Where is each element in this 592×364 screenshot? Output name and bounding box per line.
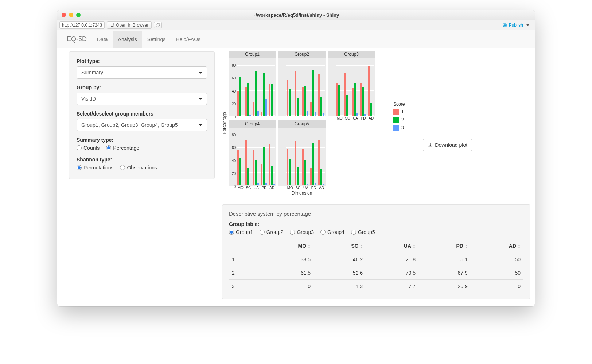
chart: 020406080 bbox=[229, 128, 276, 186]
bar bbox=[287, 149, 288, 185]
bar bbox=[249, 115, 251, 116]
bar bbox=[304, 160, 306, 185]
group-table-option-group1[interactable]: Group1 bbox=[229, 229, 253, 235]
bar bbox=[364, 114, 366, 116]
bar bbox=[271, 84, 273, 116]
external-link-icon bbox=[110, 23, 114, 27]
window-controls bbox=[62, 13, 81, 17]
summary-type-option-percentage[interactable]: Percentage bbox=[106, 145, 139, 151]
column-header-mo[interactable]: MO bbox=[258, 239, 313, 253]
bar bbox=[307, 111, 308, 116]
nav-tab-analysis[interactable]: Analysis bbox=[113, 31, 142, 48]
bar bbox=[344, 73, 346, 116]
bar bbox=[261, 164, 262, 185]
bar bbox=[261, 112, 262, 116]
close-window-button[interactable] bbox=[62, 13, 66, 17]
download-plot-button[interactable]: Download plot bbox=[423, 139, 472, 151]
bar bbox=[247, 168, 249, 185]
group-members-label: Select/deselect group members bbox=[77, 111, 207, 117]
legend-item-2: 2 bbox=[393, 117, 405, 123]
facet-group3: Group3MOSCUAPDAD bbox=[328, 51, 375, 120]
facet-header: Group1 bbox=[229, 51, 276, 58]
column-header-ua[interactable]: UA bbox=[366, 239, 418, 253]
minimize-window-button[interactable] bbox=[69, 13, 73, 17]
plot-type-select[interactable]: Summary bbox=[77, 66, 207, 79]
navbar: EQ-5D DataAnalysisSettingsHelp/FAQs bbox=[57, 30, 535, 48]
legend-swatch bbox=[393, 109, 399, 115]
group-table-label: Group table: bbox=[229, 221, 523, 227]
chevron-down-icon bbox=[526, 24, 530, 26]
bar bbox=[315, 183, 316, 185]
bar bbox=[307, 184, 308, 185]
bar bbox=[269, 144, 270, 185]
bar bbox=[362, 87, 364, 116]
group-table-option-group4[interactable]: Group4 bbox=[320, 229, 344, 235]
nav-tab-data[interactable]: Data bbox=[92, 31, 113, 48]
group-table-option-group3[interactable]: Group3 bbox=[290, 229, 314, 235]
bar bbox=[239, 77, 241, 116]
bar bbox=[368, 66, 370, 116]
group-members-select[interactable]: Group1, Group2, Group3, Group4, Group5 bbox=[77, 119, 207, 131]
bar bbox=[253, 150, 254, 185]
bar bbox=[336, 83, 338, 116]
publish-button[interactable]: Publish bbox=[499, 23, 533, 28]
refresh-icon bbox=[156, 23, 160, 27]
radio-icon bbox=[260, 230, 265, 235]
column-header-sc[interactable]: SC bbox=[313, 239, 366, 253]
column-header-pd[interactable]: PD bbox=[418, 239, 471, 253]
shannon-type-radio: PermutationsObservations bbox=[77, 165, 207, 171]
group-table-option-group5[interactable]: Group5 bbox=[351, 229, 375, 235]
bar bbox=[338, 85, 340, 116]
bar bbox=[245, 87, 247, 116]
bar bbox=[304, 86, 306, 116]
bar bbox=[302, 149, 304, 185]
y-axis-label: Percentage bbox=[222, 112, 227, 134]
facet-group5: Group5MOSCUAPDAD bbox=[278, 120, 326, 190]
group-by-select[interactable]: VisitID bbox=[77, 93, 207, 105]
group-by-label: Group by: bbox=[77, 85, 207, 90]
facet-group1: Group1020406080 bbox=[229, 51, 276, 120]
open-in-browser-button[interactable]: Open in Browser bbox=[107, 21, 152, 29]
plot-type-label: Plot type: bbox=[77, 58, 207, 64]
navbar-items: DataAnalysisSettingsHelp/FAQs bbox=[92, 31, 206, 48]
column-header-ad[interactable]: AD bbox=[471, 239, 523, 253]
radio-icon bbox=[106, 145, 111, 150]
summary-type-radio: CountsPercentage bbox=[77, 145, 207, 151]
chart bbox=[278, 128, 326, 186]
bar bbox=[273, 184, 275, 185]
legend-item-3: 3 bbox=[393, 125, 405, 131]
bar bbox=[255, 71, 257, 116]
data-table: MOSCUAPDAD 138.546.221.85.150261.552.670… bbox=[229, 239, 523, 293]
facet-header: Group2 bbox=[278, 51, 326, 58]
chevron-down-icon bbox=[199, 98, 202, 100]
legend-swatch bbox=[393, 125, 399, 131]
bar bbox=[320, 97, 322, 116]
bar bbox=[237, 91, 239, 116]
shannon-type-option-observations[interactable]: Observations bbox=[120, 165, 157, 171]
bar bbox=[263, 73, 265, 116]
nav-tab-settings[interactable]: Settings bbox=[142, 31, 171, 48]
x-axis-label: Dimension bbox=[229, 191, 375, 196]
summary-type-label: Summary type: bbox=[77, 137, 207, 143]
bar bbox=[263, 147, 265, 185]
facet-header: Group4 bbox=[229, 120, 276, 128]
bar bbox=[247, 83, 249, 116]
browser-toolbar: http://127.0.0.1:7243 Open in Browser Pu… bbox=[57, 20, 535, 30]
legend: Score 123 bbox=[393, 102, 405, 133]
radio-icon bbox=[351, 230, 356, 235]
bar bbox=[360, 83, 362, 116]
summary-type-option-counts[interactable]: Counts bbox=[77, 145, 100, 151]
url-box[interactable]: http://127.0.0.1:7243 bbox=[59, 21, 105, 29]
bar bbox=[271, 166, 273, 185]
facet-group2: Group2 bbox=[278, 51, 326, 120]
shannon-type-option-permutations[interactable]: Permutations bbox=[77, 165, 113, 171]
bar bbox=[239, 158, 241, 185]
refresh-button[interactable] bbox=[154, 22, 162, 28]
chart: 020406080 bbox=[229, 58, 276, 116]
window-title: ~/workspace/R/eq5d/inst/shiny - Shiny bbox=[57, 12, 535, 18]
facet-grid: Group1020406080Group2Group3MOSCUAPDADGro… bbox=[229, 51, 375, 190]
fullscreen-window-button[interactable] bbox=[76, 13, 81, 17]
group-table-option-group2[interactable]: Group2 bbox=[260, 229, 284, 235]
nav-tab-help-faqs[interactable]: Help/FAQs bbox=[171, 31, 206, 48]
legend-item-1: 1 bbox=[393, 109, 405, 115]
